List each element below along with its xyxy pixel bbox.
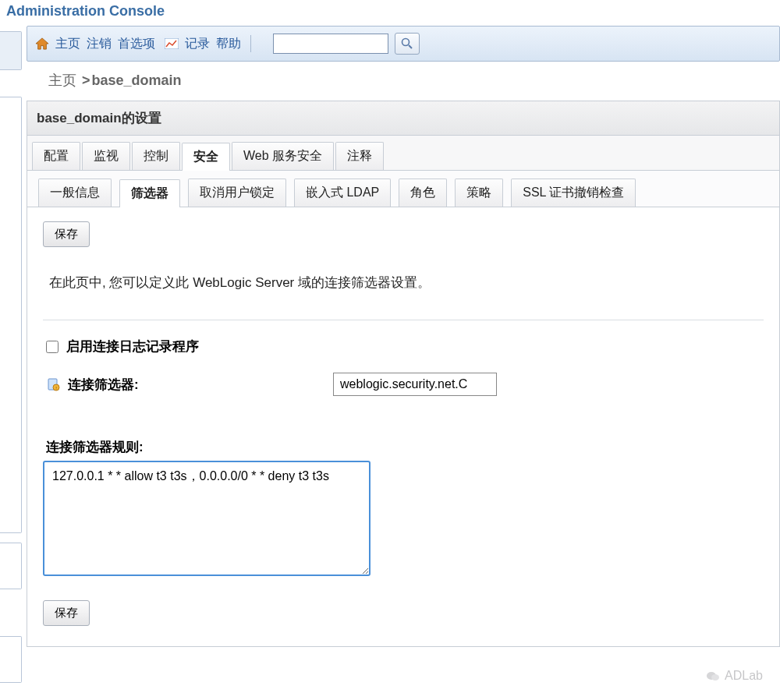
subtab-embedded-ldap[interactable]: 嵌入式 LDAP bbox=[294, 179, 391, 207]
nav-preferences[interactable]: 首选项 bbox=[118, 36, 155, 52]
sidebar-collapsed-4[interactable] bbox=[0, 636, 22, 683]
toolbar-divider bbox=[250, 35, 251, 52]
breadcrumb-home[interactable]: 主页 bbox=[48, 72, 76, 88]
nav-record[interactable]: 记录 bbox=[185, 36, 210, 52]
settings-panel: base_domain的设置 配置 监视 控制 安全 Web 服务安全 注释 一… bbox=[27, 101, 780, 647]
enable-logger-label: 启用连接日志记录程序 bbox=[66, 338, 199, 355]
sidebar-collapsed-1[interactable] bbox=[0, 31, 22, 70]
svg-point-7 bbox=[711, 674, 719, 681]
search-icon bbox=[401, 37, 413, 50]
enable-logger-checkbox[interactable] bbox=[46, 341, 58, 353]
connection-filter-label: 连接筛选器: bbox=[68, 376, 325, 394]
subtab-roles[interactable]: 角色 bbox=[399, 179, 447, 207]
sub-tabs: 一般信息 筛选器 取消用户锁定 嵌入式 LDAP 角色 策略 SSL 证书撤销检… bbox=[27, 171, 779, 207]
save-button-top[interactable]: 保存 bbox=[43, 221, 90, 247]
sidebar-collapsed-3[interactable] bbox=[0, 543, 22, 589]
search-input[interactable] bbox=[273, 34, 388, 54]
watermark-text: ADLab bbox=[725, 669, 763, 683]
restart-required-icon: ! bbox=[46, 377, 60, 391]
sidebar-collapsed-2[interactable] bbox=[0, 97, 22, 533]
watermark: ADLab bbox=[706, 669, 763, 683]
page-description: 在此页中, 您可以定义此 WebLogic Server 域的连接筛选器设置。 bbox=[49, 274, 757, 292]
save-button-bottom[interactable]: 保存 bbox=[43, 600, 90, 626]
enable-logger-row: 启用连接日志记录程序 bbox=[43, 334, 764, 362]
svg-point-1 bbox=[402, 39, 410, 46]
tab-notes[interactable]: 注释 bbox=[335, 142, 384, 170]
subtab-unlock-user[interactable]: 取消用户锁定 bbox=[188, 179, 286, 207]
svg-rect-0 bbox=[165, 38, 179, 49]
home-icon bbox=[35, 37, 49, 50]
rules-textarea[interactable] bbox=[43, 461, 370, 576]
tab-web-service-security[interactable]: Web 服务安全 bbox=[232, 142, 334, 170]
subtab-filter[interactable]: 筛选器 bbox=[119, 179, 180, 207]
toolbar: 主页 注销 首选项 记录 帮助 bbox=[27, 26, 780, 62]
breadcrumb-current: base_domain bbox=[92, 72, 182, 88]
subtab-general[interactable]: 一般信息 bbox=[38, 179, 112, 207]
connection-filter-row: ! 连接筛选器: bbox=[43, 362, 764, 407]
tab-monitor[interactable]: 监视 bbox=[82, 142, 130, 170]
breadcrumb: 主页 >base_domain bbox=[27, 62, 780, 101]
subtab-ssl-revocation[interactable]: SSL 证书撤销检查 bbox=[511, 179, 636, 207]
rules-label: 连接筛选器规则: bbox=[46, 438, 764, 456]
nav-home[interactable]: 主页 bbox=[55, 36, 80, 52]
nav-help[interactable]: 帮助 bbox=[216, 36, 241, 52]
svg-line-2 bbox=[409, 45, 412, 48]
nav-logout[interactable]: 注销 bbox=[87, 36, 112, 52]
app-title: Administration Console bbox=[0, 0, 780, 26]
panel-content: 保存 在此页中, 您可以定义此 WebLogic Server 域的连接筛选器设… bbox=[27, 207, 779, 646]
breadcrumb-sep: > bbox=[82, 72, 90, 88]
main-tabs: 配置 监视 控制 安全 Web 服务安全 注释 bbox=[27, 136, 779, 171]
subtab-policies[interactable]: 策略 bbox=[455, 179, 503, 207]
tab-control[interactable]: 控制 bbox=[132, 142, 180, 170]
divider bbox=[43, 320, 764, 320]
search-button[interactable] bbox=[395, 33, 420, 55]
wechat-icon bbox=[706, 670, 720, 681]
chart-icon bbox=[165, 38, 179, 49]
app-title-text: Administration Console bbox=[6, 3, 165, 19]
tab-config[interactable]: 配置 bbox=[32, 142, 80, 170]
panel-title: base_domain的设置 bbox=[27, 101, 779, 136]
tab-security[interactable]: 安全 bbox=[182, 143, 230, 171]
connection-filter-input[interactable] bbox=[333, 373, 497, 396]
